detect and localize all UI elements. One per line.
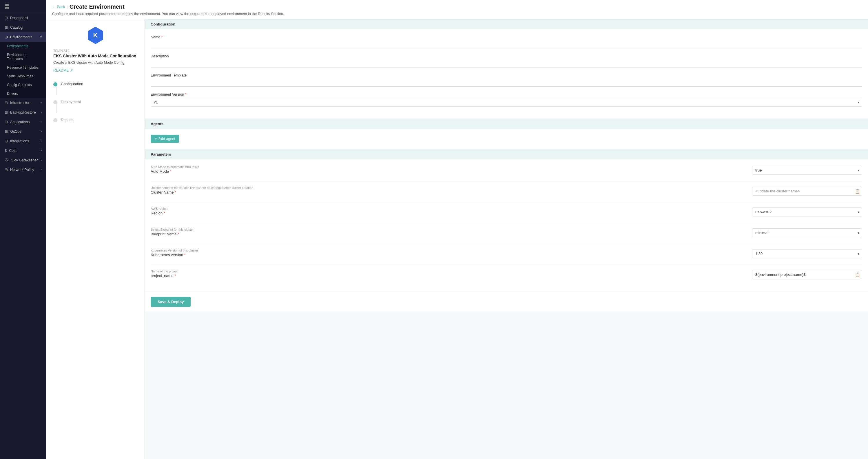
k8s-version-select[interactable]: 1.30 1.29 1.28	[752, 249, 862, 258]
steps-list: Configuration Deployment Results	[53, 80, 137, 125]
param-k8s-label: Kubernetes version *	[151, 253, 747, 257]
description-input[interactable]	[151, 59, 862, 67]
sidebar-item-config-contexts[interactable]: Config Contexts	[0, 81, 46, 89]
dashboard-icon: ⊞	[5, 16, 8, 20]
sidebar-item-applications[interactable]: ⊞ Applications ›	[0, 117, 46, 127]
step-dot-results	[53, 118, 57, 122]
main-content: ← Back | Create Environment Configure an…	[46, 0, 868, 459]
chevron-right-icon: ›	[41, 111, 42, 114]
name-input[interactable]	[151, 40, 862, 49]
form-panel: Configuration Name * Description	[145, 19, 868, 459]
sidebar-item-label: Network Policy	[10, 168, 34, 172]
env-version-select[interactable]: v1 v2	[151, 98, 862, 106]
sidebar-item-label: Integrations	[10, 139, 29, 143]
sidebar-item-label: GitOps	[10, 129, 22, 133]
param-auto-mode: Auto Mode to automate infra tasks Auto M…	[151, 165, 862, 175]
env-template-label: Environment Template	[151, 73, 862, 78]
applications-icon: ⊞	[5, 120, 8, 124]
template-label: TEMPLATE	[53, 49, 137, 53]
add-icon: +	[155, 137, 157, 141]
submenu-label: Static Resources	[7, 74, 33, 78]
chevron-right-icon: ›	[41, 158, 42, 162]
sidebar-item-backup-restore[interactable]: ⊞ Backup/Restore ›	[0, 108, 46, 117]
template-name: EKS Cluster With Auto Mode Configuration	[53, 54, 137, 58]
template-icon: K	[86, 26, 105, 44]
chevron-right-icon: ›	[41, 101, 42, 104]
chevron-right-icon: ›	[41, 130, 42, 133]
env-template-input: eks-auto-aws-demo	[151, 79, 862, 87]
sidebar-item-resource-templates[interactable]: Resource Templates	[0, 63, 46, 72]
submenu-label: Environments	[7, 44, 28, 48]
submenu-label: Environment Templates	[7, 53, 42, 61]
chevron-right-icon: ›	[41, 149, 42, 152]
readme-link[interactable]: README ↗	[53, 68, 137, 72]
param-project-hint: Name of the project	[151, 270, 747, 273]
name-field-group: Name *	[151, 35, 862, 49]
sidebar-item-infrastructure[interactable]: ⊞ Infrastructure ›	[0, 98, 46, 108]
sidebar-item-gitops[interactable]: ⊞ GitOps ›	[0, 127, 46, 136]
page-title: Create Environment	[69, 3, 125, 10]
sidebar-item-environment-templates[interactable]: Environment Templates	[0, 51, 46, 63]
logo-icon	[5, 4, 9, 9]
step-configuration: Configuration	[53, 80, 137, 97]
submenu-label: Config Contexts	[7, 83, 32, 87]
region-select[interactable]: us-west-2 us-east-1 eu-west-1	[752, 208, 862, 216]
opa-icon: 🛡	[5, 158, 8, 162]
param-project-name: Name of the project project_name * 📋	[151, 270, 862, 280]
sidebar-item-opa-gatekeeper[interactable]: 🛡 OPA Gatekeeper ›	[0, 155, 46, 165]
template-panel: K TEMPLATE EKS Cluster With Auto Mode Co…	[46, 19, 145, 459]
template-description: Create a EKS cluster with Auto Mode Conf…	[53, 61, 137, 65]
back-arrow-icon: ←	[52, 5, 56, 9]
sidebar-item-environments[interactable]: ⊞ Environments ▾	[0, 32, 46, 42]
auto-mode-select-wrapper: true false	[752, 166, 862, 175]
env-template-field-group: Environment Template eks-auto-aws-demo	[151, 73, 862, 87]
submenu-label: Drivers	[7, 92, 18, 96]
blueprint-select[interactable]: minimal standard advanced	[752, 228, 862, 237]
external-link-icon: ↗	[70, 68, 73, 72]
project-name-input-wrapper: 📋	[752, 270, 862, 279]
sidebar-item-label: Infrastructure	[10, 101, 32, 105]
sidebar-item-static-resources[interactable]: Static Resources	[0, 72, 46, 81]
network-icon: ⊞	[5, 167, 8, 172]
catalog-icon: ⊞	[5, 25, 8, 30]
cluster-name-input[interactable]	[752, 187, 862, 195]
sidebar-item-label: Dashboard	[10, 16, 28, 20]
sidebar-item-integrations[interactable]: ⊞ Integrations ›	[0, 136, 46, 146]
sidebar-item-drivers[interactable]: Drivers	[0, 89, 46, 98]
step-deployment: Deployment	[53, 97, 137, 115]
app-logo	[0, 0, 46, 13]
param-project-label: project_name *	[151, 274, 747, 278]
add-agent-label: Add agent	[158, 137, 175, 141]
sidebar-item-catalog[interactable]: ⊞ Catalog	[0, 23, 46, 32]
environments-icon: ⊞	[5, 35, 8, 39]
k8s-version-select-wrapper: 1.30 1.29 1.28	[752, 249, 862, 258]
param-cluster-name: Unique name of the cluster.This cannot b…	[151, 186, 862, 196]
param-auto-mode-hint: Auto Mode to automate infra tasks	[151, 165, 747, 169]
param-region: AWS region Region * us-west-2	[151, 207, 862, 217]
breadcrumb: ← Back | Create Environment	[52, 3, 862, 10]
param-cluster-name-label: Cluster Name *	[151, 190, 747, 194]
step-label-results: Results	[61, 118, 73, 122]
step-dot-deployment	[53, 100, 57, 104]
cluster-name-input-wrapper: 📋	[752, 187, 862, 195]
auto-mode-select[interactable]: true false	[752, 166, 862, 175]
sidebar-item-cost[interactable]: $ Cost ›	[0, 146, 46, 155]
sidebar-item-network-policy[interactable]: ⊞ Network Policy ›	[0, 165, 46, 175]
save-deploy-button[interactable]: Save & Deploy	[151, 297, 191, 307]
sidebar-item-environments-sub[interactable]: Environments	[0, 42, 46, 51]
name-label: Name *	[151, 35, 862, 39]
param-cluster-name-hint: Unique name of the cluster.This cannot b…	[151, 186, 747, 189]
back-button[interactable]: ← Back	[52, 5, 65, 9]
add-agent-button[interactable]: + Add agent	[151, 135, 179, 143]
agents-section: Agents + Add agent	[145, 119, 868, 149]
param-blueprint-name: Select Blueprint for this cluster. Bluep…	[151, 228, 862, 238]
env-version-select-wrapper: v1 v2	[151, 98, 862, 106]
param-region-label: Region *	[151, 211, 747, 215]
calendar-icon[interactable]: 📋	[855, 189, 860, 193]
sidebar-item-dashboard[interactable]: ⊞ Dashboard	[0, 13, 46, 23]
clipboard-icon[interactable]: 📋	[855, 272, 860, 277]
project-name-input[interactable]	[752, 270, 862, 279]
gitops-icon: ⊞	[5, 129, 8, 133]
step-dot-configuration	[53, 82, 57, 86]
env-version-label: Environment Version *	[151, 92, 862, 96]
